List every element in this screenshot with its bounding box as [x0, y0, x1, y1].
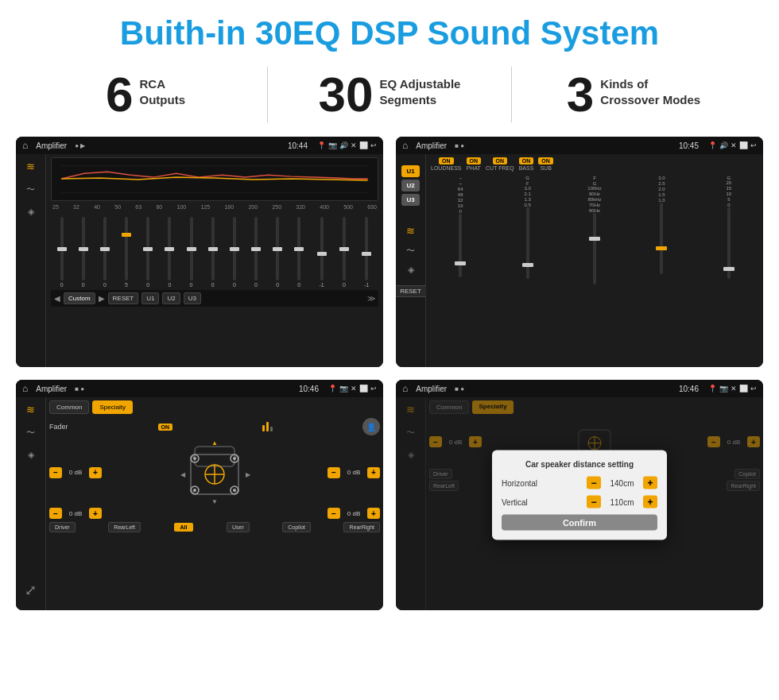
- dialog-vertical-row: Vertical − 110cm +: [502, 496, 657, 509]
- dialog-horizontal-plus[interactable]: +: [643, 477, 657, 489]
- cross-col-sub: G 20151050: [698, 176, 760, 365]
- btn-rearright[interactable]: RearRight: [343, 522, 380, 532]
- stat-number-crossover: 3: [567, 70, 594, 119]
- dialog-vertical-plus[interactable]: +: [643, 496, 657, 509]
- svg-rect-4: [195, 447, 234, 466]
- btn-rearleft[interactable]: RearLeft: [108, 522, 141, 532]
- btn-user[interactable]: User: [227, 522, 250, 532]
- svg-text:▼: ▼: [211, 498, 218, 505]
- cross-col-bass: 3.02.52.01.51.0: [630, 176, 692, 365]
- eq-u3-btn[interactable]: U3: [184, 292, 201, 304]
- eq-speaker-icon[interactable]: ◈: [28, 207, 34, 217]
- eq-slider-13[interactable]: -1: [319, 217, 324, 288]
- bass-slider[interactable]: [660, 203, 663, 274]
- fader-expand-icon[interactable]: ⤢: [25, 582, 37, 599]
- home-icon-eq: ⌂: [22, 140, 28, 151]
- stats-row: 6 RCAOutputs 30 EQ AdjustableSegments 3 …: [0, 60, 779, 137]
- dialog-horizontal-minus[interactable]: −: [587, 477, 601, 489]
- db-control-fl: − 0 dB +: [49, 467, 102, 478]
- tab-common[interactable]: Common: [49, 400, 89, 414]
- db-minus-fr[interactable]: −: [327, 467, 340, 478]
- svg-point-8: [233, 457, 236, 460]
- eq-slider-14[interactable]: 0: [343, 217, 346, 288]
- cross-main-area: ON LOUDNESS ON PHAT ON CUT FREQ ON BASS: [426, 154, 763, 367]
- db-plus-rr[interactable]: +: [367, 508, 380, 519]
- eq-reset-btn[interactable]: RESET: [108, 292, 139, 304]
- bass-on-badge: ON: [519, 157, 534, 164]
- fader-wave-icon[interactable]: 〜: [26, 427, 35, 439]
- stat-rca: 6 RCAOutputs: [48, 70, 243, 119]
- eq-slider-4[interactable]: 5: [125, 217, 128, 288]
- eq-slider-15[interactable]: -1: [364, 217, 369, 288]
- status-dots-fader: ■ ●: [75, 385, 84, 393]
- dialog-title: Car speaker distance setting: [502, 460, 657, 469]
- db-minus-fl[interactable]: −: [49, 467, 62, 478]
- eq-filter-icon[interactable]: ≋: [26, 160, 35, 172]
- u3-button[interactable]: U3: [401, 194, 419, 206]
- btn-copilot[interactable]: Copilot: [282, 522, 311, 532]
- fader-speaker-icon[interactable]: ◈: [28, 450, 34, 460]
- cross-wave-icon: 〜: [406, 245, 415, 257]
- eq-slider-1[interactable]: 0: [60, 217, 64, 288]
- screenshots-grid: ⌂ Amplifier ● ▶ 10:44 📍📷🔊✕⬜↩ ≋ 〜 ◈: [0, 137, 779, 610]
- fader-level-bars: [262, 422, 273, 431]
- status-bar-fader: ⌂ Amplifier ■ ● 10:46 📍📷✕⬜↩: [16, 380, 383, 397]
- fader-eq-icon[interactable]: ≋: [26, 404, 35, 416]
- profile-icon[interactable]: 👤: [362, 418, 380, 435]
- db-minus-rr[interactable]: −: [327, 508, 340, 519]
- db-control-fr: − 0 dB +: [327, 467, 380, 478]
- eq-u1-btn[interactable]: U1: [141, 292, 159, 304]
- eq-slider-2[interactable]: 0: [82, 217, 85, 288]
- dialog-vertical-label: Vertical: [502, 497, 528, 506]
- cross-slider-columns: ~ ~ 644832160 GF: [426, 174, 763, 367]
- home-icon-dialog: ⌂: [402, 383, 408, 394]
- eq-custom-btn[interactable]: Custom: [64, 292, 95, 304]
- db-plus-fl[interactable]: +: [89, 467, 102, 478]
- u1-button[interactable]: U1: [401, 165, 419, 177]
- tab-specialty[interactable]: Specialty: [92, 400, 132, 414]
- phat-slider[interactable]: [526, 207, 529, 279]
- eq-slider-5[interactable]: 0: [146, 217, 149, 288]
- btn-driver[interactable]: Driver: [49, 522, 76, 532]
- eq-slider-12[interactable]: 0: [297, 217, 300, 288]
- eq-slider-8[interactable]: 0: [211, 217, 215, 288]
- dialog-vertical-minus[interactable]: −: [587, 496, 601, 509]
- page-title: Buith-in 30EQ DSP Sound System: [0, 0, 779, 60]
- loudness-slider[interactable]: [459, 214, 462, 277]
- screen-title-dialog: Amplifier: [416, 385, 447, 393]
- eq-slider-3[interactable]: 0: [103, 217, 107, 288]
- eq-freq-labels: 253240506380100125160200250320400500630: [51, 204, 378, 210]
- cross-col-loudness: ~ ~ 644832160: [429, 176, 491, 365]
- cutfreq-slider[interactable]: [593, 213, 596, 284]
- svg-text:◀: ◀: [180, 471, 186, 478]
- eq-slider-11[interactable]: 0: [276, 217, 279, 288]
- status-time-eq: 10:44: [288, 141, 308, 150]
- db-plus-fr[interactable]: +: [367, 467, 380, 478]
- svg-point-10: [193, 489, 196, 492]
- stat-crossover: 3 Kinds ofCrossover Modes: [536, 70, 731, 119]
- eq-slider-9[interactable]: 0: [233, 217, 236, 288]
- sub-slider[interactable]: [727, 207, 731, 279]
- eq-slider-7[interactable]: 0: [190, 217, 193, 288]
- eq-slider-10[interactable]: 0: [254, 217, 258, 288]
- confirm-button[interactable]: Confirm: [502, 515, 657, 531]
- svg-point-12: [233, 489, 236, 492]
- speaker-layout-row1: − 0 dB +: [49, 439, 380, 506]
- speaker-distance-dialog: Car speaker distance setting Horizontal …: [492, 451, 667, 540]
- cross-col-cutfreq: FG 100Hz90Hz80kHz70Hz60Hz: [564, 176, 626, 365]
- eq-u2-btn[interactable]: U2: [162, 292, 180, 304]
- cross-reset-btn[interactable]: RESET: [396, 285, 427, 297]
- u2-button[interactable]: U2: [401, 180, 419, 191]
- db-plus-rl[interactable]: +: [89, 508, 102, 519]
- status-dots-cross: ■ ●: [455, 142, 464, 149]
- eq-slider-6[interactable]: 0: [168, 217, 171, 288]
- screen-title-eq: Amplifier: [36, 141, 67, 150]
- cross-speaker-icon: ◈: [408, 265, 414, 275]
- eq-wave-icon[interactable]: 〜: [26, 184, 35, 195]
- dialog-vertical-value: 110cm: [604, 497, 640, 506]
- db-minus-rl[interactable]: −: [49, 508, 62, 519]
- btn-all[interactable]: All: [174, 523, 194, 532]
- status-time-cross: 10:45: [679, 141, 699, 150]
- status-icons-eq: 📍📷🔊✕⬜↩: [317, 141, 377, 149]
- eq-sliders: 0 0 0 5 0: [51, 212, 378, 288]
